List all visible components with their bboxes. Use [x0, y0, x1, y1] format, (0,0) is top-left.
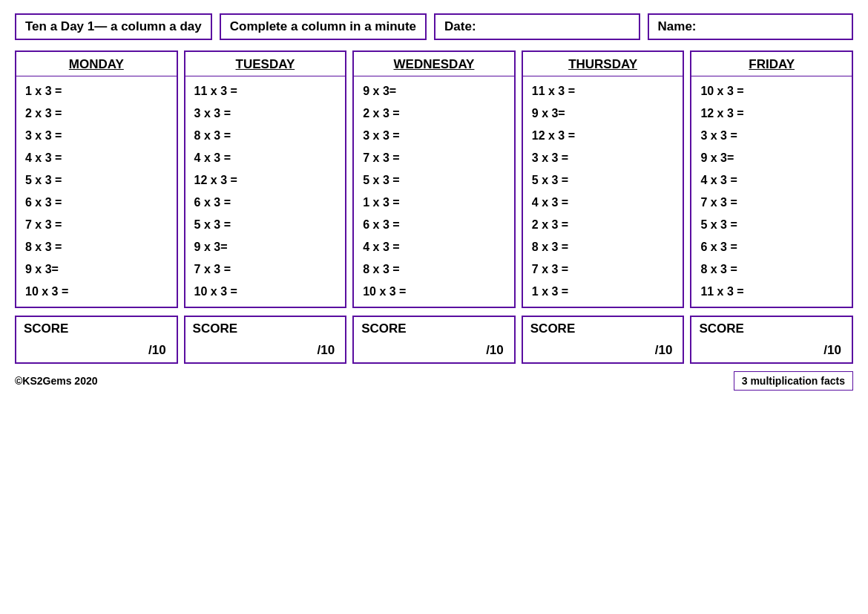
header-date: Date:: [434, 13, 640, 40]
fact-item: 8 x 3 =: [532, 235, 676, 258]
fact-list-friday: 10 x 3 =12 x 3 =3 x 3 =9 x 3=4 x 3 =7 x …: [691, 76, 852, 302]
day-header-friday: FRIDAY: [691, 52, 852, 76]
score-value: /10: [530, 343, 676, 358]
fact-item: 9 x 3=: [700, 146, 844, 169]
fact-list-monday: 1 x 3 =2 x 3 =3 x 3 =4 x 3 =5 x 3 =6 x 3…: [16, 76, 177, 302]
facts-label: 3 multiplication facts: [734, 371, 853, 391]
copyright-text: ©KS2Gems 2020: [15, 375, 98, 387]
fact-item: 11 x 3 =: [700, 280, 844, 302]
score-box-friday: SCORE/10: [690, 316, 853, 364]
fact-item: 7 x 3 =: [532, 258, 676, 280]
day-header-wednesday: WEDNESDAY: [354, 52, 514, 76]
score-box-tuesday: SCORE/10: [184, 316, 347, 364]
fact-item: 3 x 3 =: [700, 124, 844, 146]
fact-item: 7 x 3 =: [700, 191, 844, 213]
score-box-wednesday: SCORE/10: [352, 316, 516, 364]
fact-item: 6 x 3 =: [363, 213, 507, 235]
fact-item: 7 x 3 =: [363, 146, 507, 169]
header-title: Ten a Day 1— a column a day: [15, 13, 212, 40]
fact-item: 2 x 3 =: [363, 102, 507, 124]
fact-item: 8 x 3 =: [25, 235, 169, 258]
fact-item: 4 x 3 =: [194, 146, 338, 169]
score-label: SCORE: [699, 321, 844, 336]
fact-item: 11 x 3 =: [194, 79, 338, 102]
day-header-thursday: THURSDAY: [523, 52, 683, 76]
fact-item: 6 x 3 =: [194, 191, 338, 213]
fact-item: 7 x 3 =: [194, 258, 338, 280]
fact-item: 12 x 3 =: [700, 102, 844, 124]
day-column-tuesday: TUESDAY11 x 3 =3 x 3 =8 x 3 =4 x 3 =12 x…: [184, 50, 347, 308]
fact-list-wednesday: 9 x 3=2 x 3 =3 x 3 =7 x 3 =5 x 3 =1 x 3 …: [354, 76, 514, 302]
fact-item: 6 x 3 =: [25, 191, 169, 213]
fact-item: 12 x 3 =: [194, 169, 338, 191]
fact-item: 5 x 3 =: [363, 169, 507, 191]
score-label: SCORE: [530, 321, 676, 336]
fact-item: 11 x 3 =: [532, 79, 676, 102]
fact-item: 8 x 3 =: [700, 258, 844, 280]
header-complete: Complete a column in a minute: [220, 13, 427, 40]
fact-item: 1 x 3 =: [532, 280, 676, 302]
fact-item: 8 x 3 =: [194, 124, 338, 146]
fact-item: 1 x 3 =: [25, 79, 169, 102]
footer-row: ©KS2Gems 2020 3 multiplication facts: [15, 371, 853, 391]
header-row: Ten a Day 1— a column a day Complete a c…: [15, 13, 853, 40]
fact-item: 10 x 3 =: [194, 280, 338, 302]
day-column-thursday: THURSDAY11 x 3 =9 x 3=12 x 3 =3 x 3 =5 x…: [522, 50, 685, 308]
fact-item: 9 x 3=: [194, 235, 338, 258]
fact-list-tuesday: 11 x 3 =3 x 3 =8 x 3 =4 x 3 =12 x 3 =6 x…: [185, 76, 346, 302]
score-box-thursday: SCORE/10: [522, 316, 685, 364]
fact-item: 9 x 3=: [25, 258, 169, 280]
fact-item: 4 x 3 =: [363, 235, 507, 258]
fact-item: 2 x 3 =: [532, 213, 676, 235]
fact-item: 7 x 3 =: [25, 213, 169, 235]
fact-item: 6 x 3 =: [700, 235, 844, 258]
score-value: /10: [699, 343, 844, 358]
fact-item: 12 x 3 =: [532, 124, 676, 146]
fact-item: 5 x 3 =: [700, 213, 844, 235]
fact-item: 3 x 3 =: [363, 124, 507, 146]
day-column-friday: FRIDAY10 x 3 =12 x 3 =3 x 3 =9 x 3=4 x 3…: [690, 50, 853, 308]
fact-item: 5 x 3 =: [25, 169, 169, 191]
fact-item: 3 x 3 =: [25, 124, 169, 146]
scores-row: SCORE/10SCORE/10SCORE/10SCORE/10SCORE/10: [15, 316, 853, 364]
day-header-monday: MONDAY: [16, 52, 177, 76]
fact-list-thursday: 11 x 3 =9 x 3=12 x 3 =3 x 3 =5 x 3 =4 x …: [523, 76, 683, 302]
day-column-wednesday: WEDNESDAY9 x 3=2 x 3 =3 x 3 =7 x 3 =5 x …: [352, 50, 516, 308]
header-name: Name:: [648, 13, 853, 40]
fact-item: 1 x 3 =: [363, 191, 507, 213]
fact-item: 10 x 3 =: [700, 79, 844, 102]
fact-item: 5 x 3 =: [194, 213, 338, 235]
fact-item: 9 x 3=: [532, 102, 676, 124]
fact-item: 10 x 3 =: [25, 280, 169, 302]
fact-item: 3 x 3 =: [532, 146, 676, 169]
fact-item: 10 x 3 =: [363, 280, 507, 302]
fact-item: 4 x 3 =: [700, 169, 844, 191]
day-column-monday: MONDAY1 x 3 =2 x 3 =3 x 3 =4 x 3 =5 x 3 …: [15, 50, 178, 308]
fact-item: 2 x 3 =: [25, 102, 169, 124]
score-box-monday: SCORE/10: [15, 316, 178, 364]
fact-item: 3 x 3 =: [194, 102, 338, 124]
fact-item: 8 x 3 =: [363, 258, 507, 280]
fact-item: 4 x 3 =: [25, 146, 169, 169]
columns-row: MONDAY1 x 3 =2 x 3 =3 x 3 =4 x 3 =5 x 3 …: [15, 50, 853, 308]
score-label: SCORE: [193, 321, 338, 336]
score-label: SCORE: [361, 321, 507, 336]
day-header-tuesday: TUESDAY: [185, 52, 346, 76]
score-label: SCORE: [24, 321, 169, 336]
score-value: /10: [193, 343, 338, 358]
fact-item: 5 x 3 =: [532, 169, 676, 191]
score-value: /10: [361, 343, 507, 358]
fact-item: 9 x 3=: [363, 79, 507, 102]
fact-item: 4 x 3 =: [532, 191, 676, 213]
score-value: /10: [24, 343, 169, 358]
